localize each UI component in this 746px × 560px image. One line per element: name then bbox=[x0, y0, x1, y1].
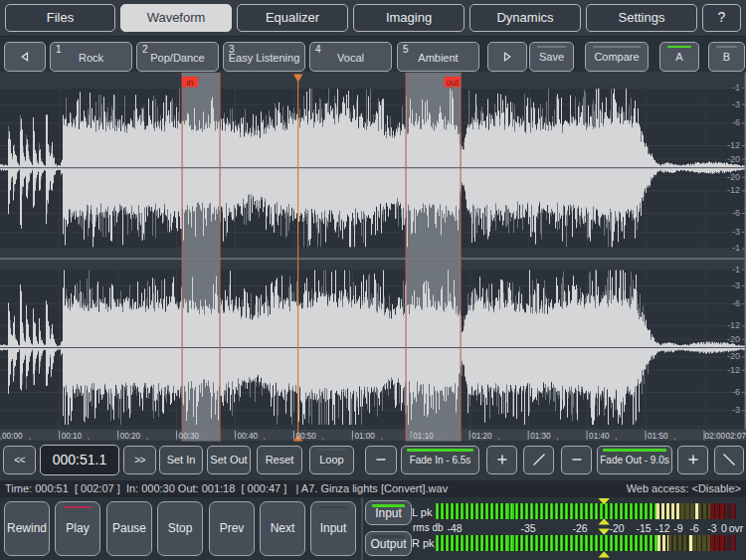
svg-text:-12: -12 bbox=[727, 365, 740, 375]
svg-text:-20: -20 bbox=[727, 351, 740, 361]
svg-text:-3: -3 bbox=[732, 280, 740, 290]
svg-text:-20: -20 bbox=[727, 172, 740, 182]
svg-text:00:30: 00:30 bbox=[179, 432, 200, 441]
svg-text:-12: -12 bbox=[727, 140, 740, 150]
svg-text:01:10: 01:10 bbox=[413, 432, 434, 441]
svg-text:in: in bbox=[186, 78, 193, 88]
svg-text:-3: -3 bbox=[732, 405, 740, 415]
svg-text:-3: -3 bbox=[732, 99, 740, 109]
svg-text:-6: -6 bbox=[732, 117, 740, 127]
svg-text:-1: -1 bbox=[732, 83, 740, 93]
svg-text:-6: -6 bbox=[732, 298, 740, 308]
svg-text:02:07: 02:07 bbox=[726, 432, 746, 441]
svg-text:out: out bbox=[446, 78, 459, 88]
svg-text:01:20: 01:20 bbox=[471, 432, 492, 441]
svg-text:00:20: 00:20 bbox=[120, 432, 141, 441]
svg-text:-6: -6 bbox=[732, 208, 740, 218]
svg-text:01:30: 01:30 bbox=[530, 432, 551, 441]
svg-text:00:10: 00:10 bbox=[62, 432, 83, 441]
svg-text:-6: -6 bbox=[732, 387, 740, 397]
svg-text:-1: -1 bbox=[732, 243, 740, 253]
svg-text:02:00: 02:00 bbox=[705, 432, 726, 441]
svg-text:-12: -12 bbox=[727, 320, 740, 330]
svg-text:-3: -3 bbox=[732, 227, 740, 237]
svg-text:-20: -20 bbox=[727, 154, 740, 164]
svg-text:00:40: 00:40 bbox=[238, 432, 259, 441]
svg-text:-20: -20 bbox=[727, 334, 740, 344]
svg-text:00:00: 00:00 bbox=[2, 432, 23, 441]
svg-text:-12: -12 bbox=[727, 185, 740, 195]
svg-text:-1: -1 bbox=[732, 265, 740, 275]
svg-text:01:00: 01:00 bbox=[354, 432, 375, 441]
svg-text:00:50: 00:50 bbox=[295, 432, 316, 441]
svg-text:01:50: 01:50 bbox=[648, 432, 668, 441]
svg-text:01:40: 01:40 bbox=[589, 432, 610, 441]
